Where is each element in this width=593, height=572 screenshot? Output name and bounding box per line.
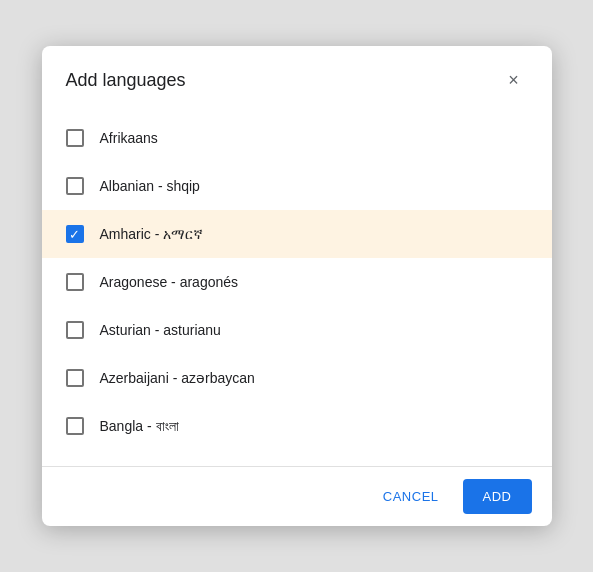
language-label: Afrikaans: [100, 130, 158, 146]
add-button[interactable]: ADD: [463, 479, 532, 514]
checkbox-amharic: ✓: [66, 225, 84, 243]
dialog-footer: CANCEL ADD: [42, 466, 552, 526]
list-item[interactable]: ✓Albanian - shqip: [42, 162, 552, 210]
dialog-header: Add languages ×: [42, 46, 552, 106]
dialog-title: Add languages: [66, 70, 186, 91]
list-item[interactable]: ✓Azerbaijani - azərbaycan: [42, 354, 552, 402]
list-item[interactable]: ✓Bangla - বাংলা: [42, 402, 552, 450]
language-label: Bangla - বাংলা: [100, 418, 179, 435]
language-label: Albanian - shqip: [100, 178, 200, 194]
checkbox-azerbaijani: ✓: [66, 369, 84, 387]
close-icon: ×: [508, 71, 519, 89]
list-item[interactable]: ✓Asturian - asturianu: [42, 306, 552, 354]
checkbox-asturian: ✓: [66, 321, 84, 339]
language-label: Amharic - አማርኛ: [100, 226, 204, 243]
checkbox-bangla: ✓: [66, 417, 84, 435]
checkbox-albanian: ✓: [66, 177, 84, 195]
list-item[interactable]: ✓Amharic - አማርኛ: [42, 210, 552, 258]
checkbox-afrikaans: ✓: [66, 129, 84, 147]
list-item[interactable]: ✓Afrikaans: [42, 114, 552, 162]
checkbox-aragonese: ✓: [66, 273, 84, 291]
language-label: Aragonese - aragonés: [100, 274, 239, 290]
list-item[interactable]: ✓Aragonese - aragonés: [42, 258, 552, 306]
language-label: Azerbaijani - azərbaycan: [100, 370, 255, 386]
add-languages-dialog: Add languages × ✓Afrikaans✓Albanian - sh…: [42, 46, 552, 526]
language-label: Asturian - asturianu: [100, 322, 221, 338]
checkmark-icon: ✓: [69, 228, 80, 241]
cancel-button[interactable]: CANCEL: [367, 479, 455, 514]
close-button[interactable]: ×: [500, 66, 528, 94]
language-list: ✓Afrikaans✓Albanian - shqip✓Amharic - አማ…: [42, 106, 552, 466]
